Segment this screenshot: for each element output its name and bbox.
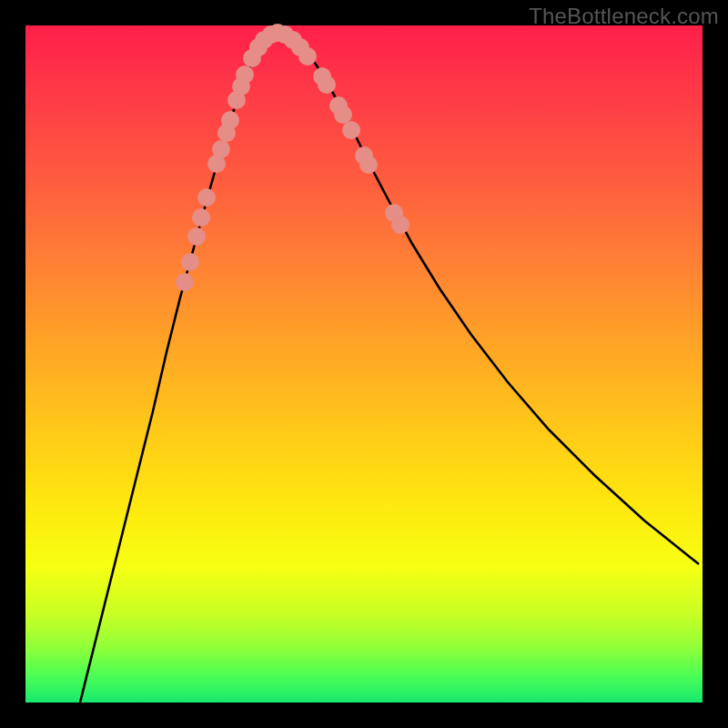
highlight-dot [187, 228, 206, 246]
highlight-dot [181, 253, 199, 271]
chart-svg [25, 25, 703, 703]
highlight-dot [221, 111, 239, 129]
chart-plot-area [25, 25, 703, 703]
v-curve-path [80, 31, 699, 703]
highlight-dot [236, 66, 254, 84]
highlight-dot [342, 121, 360, 139]
highlight-dots-group [176, 24, 410, 291]
highlight-dot [298, 47, 317, 66]
highlight-dot [359, 156, 378, 174]
chart-frame: TheBottleneck.com [0, 0, 728, 728]
highlight-dot [212, 140, 230, 158]
highlight-dot [197, 188, 216, 207]
watermark-text: TheBottleneck.com [529, 4, 719, 29]
highlight-dot [192, 208, 210, 227]
highlight-dot [334, 106, 352, 124]
highlight-dot [318, 76, 336, 94]
highlight-dot [391, 216, 410, 234]
highlight-dot [176, 273, 194, 291]
